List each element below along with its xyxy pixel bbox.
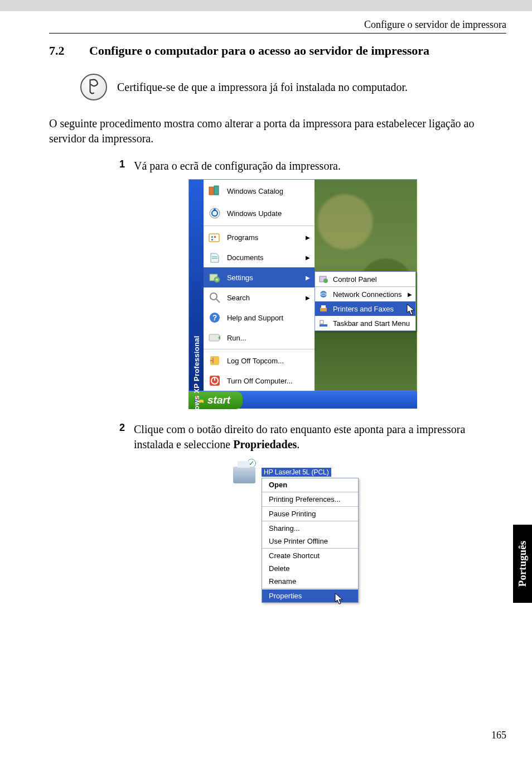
note-row: Certifique-se de que a impressora já foi… <box>80 74 506 100</box>
menu-label: Search <box>227 294 250 302</box>
menu-separator <box>204 349 315 349</box>
svg-point-21 <box>320 291 327 298</box>
help-icon: ? <box>208 311 221 324</box>
submenu-label: Network Connections <box>333 290 402 299</box>
svg-rect-24 <box>320 324 327 327</box>
menu-label: Turn Off Computer... <box>227 377 293 385</box>
submenu-network[interactable]: Network Connections▶ <box>315 287 415 301</box>
svg-point-20 <box>323 279 328 283</box>
context-menu: Open Printing Preferences... Pause Print… <box>262 478 359 603</box>
cursor-icon <box>406 304 417 316</box>
step-2-number: 2 <box>115 422 125 452</box>
ctx-sharing[interactable]: Sharing... <box>262 522 358 535</box>
section-title: 7.2Configure o computador para o acesso … <box>49 44 506 58</box>
screenshot-printer-context: ✓ HP LaserJet 5L (PCL) Open Printing Pre… <box>233 460 359 603</box>
menu-label: Windows Update <box>227 209 282 218</box>
svg-text:?: ? <box>212 313 217 322</box>
programs-icon <box>208 231 221 244</box>
menu-help[interactable]: ?Help and Support <box>204 308 315 328</box>
svg-rect-14 <box>209 334 219 341</box>
step-1: 1 Vá para o ecrã de configuração da impr… <box>115 159 506 174</box>
control-panel-icon <box>318 274 328 284</box>
settings-submenu: Control Panel Network Connections▶ Print… <box>315 271 416 331</box>
menu-logoff[interactable]: Log Off Topcom... <box>204 351 315 371</box>
menu-label: Settings <box>227 274 253 282</box>
ctx-pause-printing[interactable]: Pause Printing <box>262 507 358 520</box>
submenu-arrow-icon: ▶ <box>306 234 310 241</box>
documents-icon <box>208 251 221 264</box>
network-icon <box>318 289 328 299</box>
menu-label: Programs <box>227 233 258 242</box>
menu-windows-catalog[interactable]: Windows Catalog <box>204 180 315 202</box>
printer-icon[interactable]: ✓ <box>233 460 257 483</box>
run-icon <box>208 331 221 344</box>
ctx-open[interactable]: Open <box>262 478 358 491</box>
search-icon <box>208 291 221 304</box>
menu-label: Help and Support <box>227 314 283 322</box>
submenu-arrow-icon: ▶ <box>306 295 310 301</box>
printer-name-label[interactable]: HP LaserJet 5L (PCL) <box>262 468 331 477</box>
ctx-separator <box>262 492 358 492</box>
menu-separator <box>204 226 315 226</box>
submenu-label: Taskbar and Start Menu <box>333 319 410 328</box>
language-label: Português <box>516 541 529 587</box>
cursor-icon <box>334 593 345 605</box>
submenu-taskbar[interactable]: Taskbar and Start Menu <box>315 316 415 330</box>
ctx-create-shortcut[interactable]: Create Shortcut <box>262 549 358 562</box>
menu-label: Run... <box>227 334 246 342</box>
settings-icon <box>208 271 221 284</box>
svg-rect-22 <box>320 308 327 311</box>
start-menu-column: Windows Catalog Windows Update Programs▶… <box>204 180 315 391</box>
submenu-control-panel[interactable]: Control Panel <box>315 272 415 286</box>
menu-programs[interactable]: Programs▶ <box>204 227 315 247</box>
ctx-separator <box>262 588 358 589</box>
submenu-arrow-icon: ▶ <box>306 275 310 281</box>
svg-rect-7 <box>211 239 213 241</box>
section-number: 7.2 <box>49 44 89 58</box>
step-1-text: Vá para o ecrã de configuração da impres… <box>134 159 506 174</box>
svg-rect-6 <box>214 236 216 238</box>
ctx-offline[interactable]: Use Printer Offline <box>262 535 358 548</box>
screenshot-start-menu: Windows XP Professional Windows Catalog … <box>188 179 417 409</box>
submenu-label: Control Panel <box>333 275 377 284</box>
ctx-separator <box>262 506 358 507</box>
ctx-delete[interactable]: Delete <box>262 562 358 575</box>
menu-label: Log Off Topcom... <box>227 357 284 365</box>
svg-rect-1 <box>214 186 219 195</box>
ctx-separator <box>262 548 358 549</box>
menu-settings[interactable]: Settings▶ <box>204 267 315 287</box>
menu-search[interactable]: Search▶ <box>204 287 315 308</box>
update-icon <box>208 207 221 220</box>
header-breadcrumb: Configure o servidor de impressora <box>0 19 532 31</box>
logoff-icon <box>208 354 221 367</box>
catalog-icon <box>208 184 221 198</box>
submenu-label: Printers and Faxes <box>333 305 394 313</box>
ctx-separator <box>262 521 358 521</box>
note-icon <box>80 74 107 100</box>
note-text: Certifique-se de que a impressora já foi… <box>117 80 408 95</box>
turnoff-icon <box>208 374 221 387</box>
desktop-background: Control Panel Network Connections▶ Print… <box>315 180 417 391</box>
menu-documents[interactable]: Documents▶ <box>204 247 315 267</box>
menu-run[interactable]: Run... <box>204 328 315 348</box>
ctx-printing-prefs[interactable]: Printing Preferences... <box>262 493 358 506</box>
step-2: 2 Clique com o botão direito do rato enq… <box>115 422 506 452</box>
svg-rect-23 <box>321 305 326 308</box>
menu-windows-update[interactable]: Windows Update <box>204 202 315 224</box>
taskbar: start <box>188 391 417 409</box>
svg-rect-25 <box>320 320 323 324</box>
svg-rect-0 <box>209 187 214 195</box>
menu-label: Documents <box>227 253 264 262</box>
step-2-text: Clique com o botão direito do rato enqua… <box>134 422 506 452</box>
printers-icon <box>318 304 328 314</box>
submenu-arrow-icon: ▶ <box>408 291 412 298</box>
ctx-rename[interactable]: Rename <box>262 575 358 588</box>
svg-rect-5 <box>211 236 213 238</box>
submenu-printers-faxes[interactable]: Printers and Faxes <box>315 301 415 316</box>
xp-side-label: Windows XP Professional <box>192 335 200 428</box>
language-side-tab: Português <box>513 525 532 603</box>
taskbar-icon <box>318 318 328 328</box>
section-heading: Configure o computador para o acesso ao … <box>89 44 429 57</box>
top-gray-bar <box>0 0 532 11</box>
menu-turnoff[interactable]: Turn Off Computer... <box>204 371 315 391</box>
